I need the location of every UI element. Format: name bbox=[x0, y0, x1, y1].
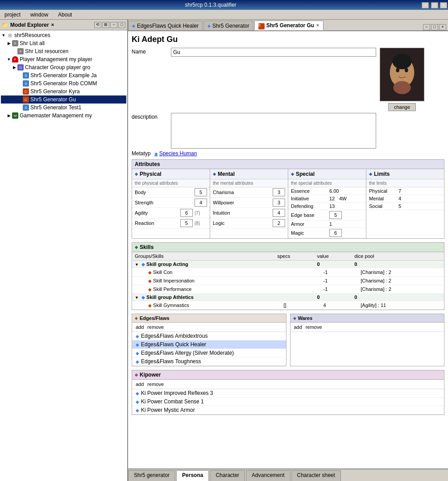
tree-container[interactable]: ▼ ⊞ shr5Resources ▶ ≡ Shr List all ≡ Shr… bbox=[0, 30, 127, 481]
wares-remove-button[interactable]: remove bbox=[306, 324, 322, 330]
close-button[interactable]: × bbox=[440, 2, 447, 8]
skill-impersonation-specs bbox=[274, 277, 314, 285]
tab-label-1: EdgesFlaws Quick Healer bbox=[137, 23, 199, 29]
kipower-mysticarmor[interactable]: ◆ Ki Power Mystic Armor bbox=[132, 406, 444, 415]
menu-window[interactable]: window bbox=[28, 11, 51, 19]
skill-group-acting-icon: ◆ bbox=[141, 262, 145, 267]
kipower-reflexes[interactable]: ◆ Ki Power Improved Reflexes 3 bbox=[132, 389, 444, 398]
maximize-button[interactable]: □ bbox=[431, 2, 438, 8]
physical-header: ◆ Physical bbox=[132, 169, 210, 179]
bottom-tab-persona[interactable]: Persona bbox=[176, 470, 209, 481]
mental-arrow: ◆ bbox=[213, 172, 216, 176]
tab-shr5generator-gu[interactable]: C Shr5 Generator Gu ✕ bbox=[254, 21, 324, 30]
edge-quickhealer[interactable]: ◆ Edges&Flaws Quick Healer bbox=[132, 340, 286, 349]
skill-performance[interactable]: ◆ Skill Performance -1 [Charisma] : 2 bbox=[132, 285, 444, 294]
col-groups-skills: Groups/Skills bbox=[132, 252, 274, 261]
edge-allergy-icon: ◆ bbox=[136, 351, 139, 356]
skill-impersonation[interactable]: ◆ Skill Impersonation -1 [Charisma] : 2 bbox=[132, 277, 444, 285]
special-magic-name: Magic bbox=[291, 230, 327, 236]
tab-close-icon[interactable]: ✕ bbox=[316, 23, 319, 28]
attr-willpower-value[interactable] bbox=[273, 199, 285, 207]
special-armor-name: Armor bbox=[291, 221, 327, 227]
attr-agility-value[interactable] bbox=[180, 209, 193, 217]
tree-item-example[interactable]: S Shr5 Generator Example Ja bbox=[1, 71, 126, 79]
edge-allergy[interactable]: ◆ Edges&Flaws Allergy (Silver Moderate) bbox=[132, 349, 286, 357]
change-button[interactable]: change bbox=[388, 103, 416, 111]
panel-maximize[interactable]: □ bbox=[118, 22, 125, 28]
tree-item-kyra[interactable]: C Shr5 Generator Kyra bbox=[1, 87, 126, 95]
edges-add-button[interactable]: add bbox=[136, 324, 144, 330]
tab-close-all[interactable]: × bbox=[439, 24, 446, 30]
panel-btn-1[interactable]: ⟲ bbox=[94, 22, 101, 28]
bottom-tab-advancement[interactable]: Advancement bbox=[246, 470, 290, 481]
edge-allergy-label: Edges&Flaws Allergy (Silver Moderate) bbox=[141, 350, 234, 356]
edges-remove-button[interactable]: remove bbox=[147, 324, 164, 330]
attr-logic-value[interactable] bbox=[273, 219, 285, 227]
attr-reaction-value[interactable] bbox=[180, 219, 193, 227]
special-edgebase-val[interactable] bbox=[329, 211, 342, 219]
bottom-tab-character[interactable]: Character bbox=[210, 470, 245, 481]
kipower-add-button[interactable]: add bbox=[136, 381, 144, 387]
minimize-button[interactable]: − bbox=[422, 2, 429, 8]
attr-logic-name: Logic bbox=[213, 220, 271, 226]
tree-label-kyra: Shr5 Generator Kyra bbox=[30, 88, 80, 95]
tab-controls[interactable]: − □ × bbox=[423, 24, 448, 30]
attr-intuition-value[interactable] bbox=[273, 209, 285, 217]
tab-shr5generator[interactable]: ◆ Shr5 Generator bbox=[203, 21, 253, 30]
tree-item-rob[interactable]: S Shr5 Generator Rob COMM bbox=[1, 79, 126, 87]
kipower-combatsense-icon: ◆ bbox=[136, 399, 139, 404]
tab-minimize[interactable]: − bbox=[423, 24, 430, 30]
tab-maximize[interactable]: □ bbox=[431, 24, 438, 30]
tree-item-gu[interactable]: C Shr5 Generator Gu bbox=[1, 95, 126, 104]
kipower-combatsense[interactable]: ◆ Ki Power Combat Sense 1 bbox=[132, 398, 444, 406]
panel-btn-2[interactable]: ⊞ bbox=[102, 22, 109, 28]
edge-toughness-label: Edges&Flaws Toughness bbox=[141, 358, 201, 365]
menu-about[interactable]: About bbox=[55, 11, 75, 19]
content-area: Ki Adept Gu Name bbox=[128, 31, 448, 469]
shr-icon-3: S bbox=[22, 104, 29, 111]
tree-item-shrlistresourcen[interactable]: ≡ Shr List resourcen bbox=[1, 47, 126, 55]
attr-body-value[interactable] bbox=[195, 188, 207, 196]
skill-con[interactable]: ◆ Skill Con -1 [Charisma] : 2 bbox=[132, 268, 444, 277]
bottom-tab-charactersheet[interactable]: Character sheet bbox=[291, 470, 341, 481]
name-input[interactable] bbox=[171, 48, 376, 57]
skill-gymnastics[interactable]: ◆ Skill Gymnastics [] 4 [Agility] : 11 bbox=[132, 301, 444, 310]
skill-group-athletics[interactable]: ▼ ◆ Skill group Athletics 0 0 bbox=[132, 294, 444, 301]
edge-ambidextrous[interactable]: ◆ Edges&Flaws Ambidextrous bbox=[132, 332, 286, 340]
wares-title: Wares bbox=[298, 315, 313, 321]
panel-minimize[interactable]: − bbox=[110, 22, 117, 28]
attr-body-name: Body bbox=[135, 190, 193, 195]
bottom-tab-shr5generator[interactable]: Shr5 generator bbox=[128, 470, 175, 481]
wares-add-button[interactable]: add bbox=[294, 324, 302, 330]
skill-group-acting[interactable]: ▼ ◆ Skill group Acting 0 0 bbox=[132, 261, 444, 268]
attr-strength-value[interactable] bbox=[195, 199, 207, 207]
metatype-link[interactable]: ◆ Species Human bbox=[154, 150, 197, 157]
attr-charisma-value[interactable] bbox=[273, 188, 285, 196]
tree-item-shrlistall[interactable]: ▶ ≡ Shr List all bbox=[1, 39, 126, 47]
attr-intuition-name: Intuition bbox=[213, 210, 271, 216]
edge-toughness-icon: ◆ bbox=[136, 359, 139, 364]
edges-header: ◆ Edges/Flaws bbox=[132, 314, 286, 323]
special-essence-row: Essence 6.00 bbox=[288, 187, 366, 195]
tree-item-gm[interactable]: ▶ M Gamemaster Management my bbox=[1, 112, 126, 120]
menu-project[interactable]: project bbox=[2, 11, 23, 19]
special-magic-row: Magic bbox=[288, 228, 366, 238]
col-specs: specs bbox=[274, 252, 314, 261]
tree-label-example: Shr5 Generator Example Ja bbox=[30, 72, 97, 79]
panel-close-icon[interactable]: ✕ bbox=[51, 23, 54, 27]
tree-item-test1[interactable]: S Shr5 Generator Test1 bbox=[1, 104, 126, 112]
title-bar-buttons[interactable]: − □ × bbox=[421, 1, 447, 8]
tab-icon-3: C bbox=[258, 21, 265, 29]
special-magic-val[interactable] bbox=[329, 229, 342, 237]
panel-controls[interactable]: ⟲ ⊞ − □ bbox=[94, 22, 125, 28]
kipower-remove-button[interactable]: remove bbox=[147, 381, 164, 387]
tree-item-root[interactable]: ▼ ⊞ shr5Resources bbox=[1, 31, 126, 39]
edge-toughness[interactable]: ◆ Edges&Flaws Toughness bbox=[132, 357, 286, 366]
attr-reaction-name: Reaction bbox=[135, 220, 178, 226]
tree-item-playermanagement[interactable]: ▼ P Player Management my player bbox=[1, 55, 126, 63]
description-input[interactable] bbox=[171, 113, 376, 149]
tree-item-chargroup[interactable]: ▶ G Character Group player gro bbox=[1, 63, 126, 71]
tab-edgesflaws[interactable]: ◆ EdgesFlaws Quick Healer bbox=[128, 21, 203, 30]
panel-title-text: Model Explorer bbox=[10, 22, 49, 28]
physical-column: ◆ Physical the physical attributes Body … bbox=[132, 169, 210, 238]
